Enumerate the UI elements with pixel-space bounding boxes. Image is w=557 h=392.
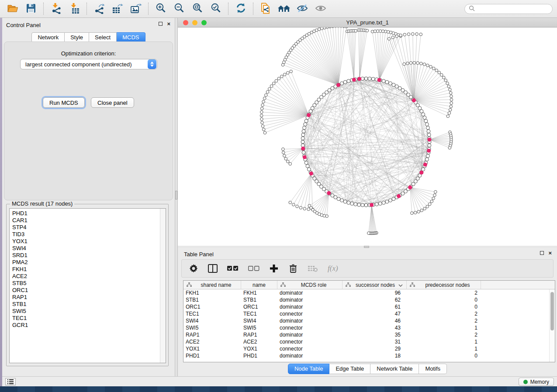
network-node[interactable] [323, 28, 326, 29]
table-row[interactable]: RAP1RAP1dominator352 [183, 331, 555, 338]
network-node[interactable] [438, 71, 441, 74]
network-node[interactable] [299, 206, 302, 210]
network-node[interactable] [301, 140, 304, 144]
network-node[interactable] [304, 161, 308, 165]
network-node[interactable] [326, 28, 329, 28]
mcds-node[interactable] [327, 191, 331, 195]
tab-network-table[interactable]: Network Table [370, 364, 419, 374]
table-row[interactable]: PHD1PHD1dominator180 [183, 352, 555, 359]
network-node[interactable] [306, 164, 309, 168]
network-node[interactable] [282, 151, 285, 154]
network-node[interactable] [446, 82, 449, 85]
network-node[interactable] [432, 197, 435, 200]
tab-edge-table[interactable]: Edge Table [329, 364, 370, 374]
splitter-grip[interactable] [175, 191, 177, 199]
mcds-node[interactable] [377, 78, 381, 82]
mcds-result-item[interactable]: STB1 [12, 301, 159, 308]
network-node[interactable] [280, 75, 284, 78]
network-node[interactable] [435, 69, 438, 72]
hide-selected-button[interactable] [293, 1, 311, 16]
mcds-node[interactable] [412, 98, 416, 102]
network-node[interactable] [262, 100, 265, 103]
mcds-result-item[interactable]: SRD1 [12, 252, 159, 259]
column-header-successor-nodes[interactable]: successor nodes [343, 281, 407, 289]
show-all-button[interactable] [311, 1, 330, 16]
task-history-button[interactable] [5, 378, 16, 385]
first-neighbors-button[interactable] [275, 1, 293, 16]
network-node[interactable] [391, 36, 394, 39]
network-node[interactable] [388, 199, 392, 202]
network-node[interactable] [449, 108, 452, 111]
network-node[interactable] [261, 121, 264, 124]
network-node[interactable] [434, 190, 437, 193]
network-node[interactable] [266, 90, 269, 93]
network-node[interactable] [303, 207, 306, 210]
network-node[interactable] [417, 210, 420, 213]
float-panel-icon[interactable] [159, 22, 163, 26]
chevron-down-icon[interactable] [398, 282, 405, 288]
network-node[interactable] [432, 67, 435, 70]
run-mcds-button[interactable]: Run MCDS [43, 97, 85, 108]
table-row[interactable]: FKH1FKH1dominator962 [183, 289, 555, 296]
network-node[interactable] [263, 97, 266, 100]
network-node[interactable] [446, 115, 450, 118]
network-node[interactable] [283, 73, 286, 76]
network-node[interactable] [329, 28, 332, 28]
network-node[interactable] [407, 33, 410, 36]
network-node[interactable] [375, 203, 378, 206]
show-columns-icon[interactable] [208, 263, 218, 274]
mcds-node[interactable] [301, 147, 305, 151]
network-node[interactable] [290, 70, 293, 73]
mcds-result-item[interactable]: STB5 [12, 280, 159, 287]
network-window-titlebar[interactable]: YPA_prune.txt_1 [178, 18, 557, 28]
network-node[interactable] [420, 110, 423, 113]
mcds-result-item[interactable]: RAP1 [12, 294, 159, 301]
mcds-result-item[interactable]: ORC1 [12, 287, 159, 294]
mcds-result-item[interactable]: GCR1 [12, 322, 159, 329]
export-table-button[interactable] [108, 1, 127, 16]
network-node[interactable] [364, 77, 368, 80]
network-node[interactable] [382, 79, 385, 83]
network-node[interactable] [428, 203, 431, 206]
network-node[interactable] [337, 197, 340, 201]
network-node[interactable] [426, 205, 429, 208]
network-node[interactable] [385, 80, 389, 84]
network-node[interactable] [261, 125, 264, 128]
table-row[interactable]: TEC1TEC1connector472 [183, 310, 555, 317]
network-node[interactable] [427, 130, 430, 133]
network-node[interactable] [277, 77, 280, 80]
import-table-button[interactable] [65, 1, 83, 16]
network-node[interactable] [366, 29, 369, 32]
mcds-result-item[interactable]: TEC1 [12, 315, 159, 322]
network-node[interactable] [260, 107, 263, 110]
network-node[interactable] [286, 160, 289, 163]
network-node[interactable] [426, 126, 429, 130]
network-node[interactable] [301, 133, 305, 137]
duplicate-network-button[interactable] [256, 1, 275, 16]
network-node[interactable] [350, 202, 354, 205]
network-node[interactable] [419, 33, 422, 36]
mcds-node[interactable] [309, 172, 313, 175]
table-row[interactable]: YOX1YOX1connector291 [183, 345, 555, 352]
network-node[interactable] [428, 144, 431, 147]
network-node[interactable] [289, 201, 292, 204]
network-node[interactable] [450, 95, 453, 98]
select-all-icon[interactable] [227, 263, 239, 274]
network-node[interactable] [416, 62, 419, 65]
network-node[interactable] [403, 63, 406, 66]
network-node[interactable] [263, 131, 266, 134]
mcds-scrollbar[interactable] [160, 209, 166, 363]
network-node[interactable] [292, 203, 295, 206]
network-node[interactable] [260, 118, 263, 121]
network-node[interactable] [364, 203, 368, 207]
network-node[interactable] [261, 103, 264, 107]
network-node[interactable] [448, 146, 451, 149]
network-node[interactable] [403, 33, 406, 36]
network-node[interactable] [415, 33, 419, 36]
vertical-splitter[interactable] [175, 18, 178, 376]
network-node[interactable] [392, 197, 395, 201]
network-node[interactable] [413, 62, 416, 65]
network-node[interactable] [450, 98, 453, 101]
mcds-result-listbox[interactable]: PHD1CAR1STP4TID3YOX1SWI4SRD1PMA2FKH1ACE2… [9, 208, 166, 363]
network-node[interactable] [307, 168, 311, 171]
